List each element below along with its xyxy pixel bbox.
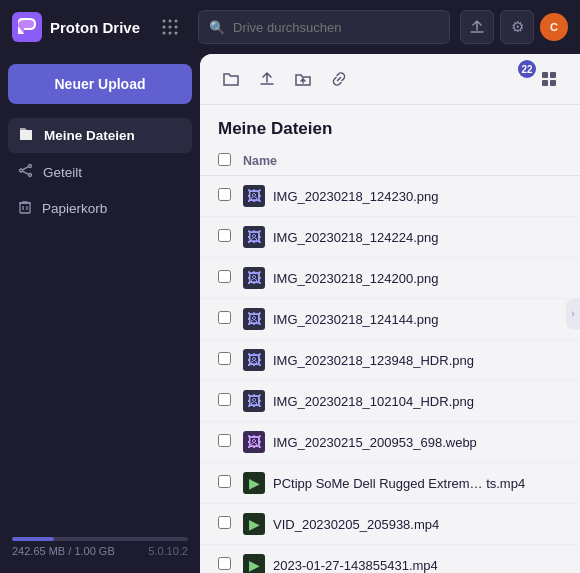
svg-line-14 (22, 171, 28, 174)
row-name-cell: 🖼 IMG_20230218_124144.png (239, 299, 580, 340)
new-folder-button[interactable] (214, 62, 248, 96)
sidebar-item-papierkorb-label: Papierkorb (42, 201, 107, 216)
file-name-label: PCtipp SoMe Dell Rugged Extrem… ts.mp4 (273, 476, 525, 491)
file-type-icon: 🖼 (243, 226, 265, 248)
sidebar-item-papierkorb[interactable]: Papierkorb (8, 191, 192, 225)
storage-total-value: 1.00 GB (74, 545, 114, 557)
avatar-button[interactable]: C (540, 13, 568, 41)
svg-point-5 (169, 26, 172, 29)
svg-point-6 (175, 26, 178, 29)
row-name-cell: 🖼 IMG_20230215_200953_698.webp (239, 422, 580, 463)
svg-rect-19 (542, 72, 548, 78)
settings-button[interactable]: ⚙ (500, 10, 534, 44)
app-version: 5.0.10.2 (148, 545, 188, 557)
search-bar[interactable]: 🔍 (198, 10, 450, 44)
file-row-name: 🖼 IMG_20230218_124200.png (243, 267, 572, 289)
file-name-label: IMG_20230215_200953_698.webp (273, 435, 477, 450)
file-row-name: ▶ PCtipp SoMe Dell Rugged Extrem… ts.mp4 (243, 472, 572, 494)
new-upload-button[interactable]: Neuer Upload (8, 64, 192, 104)
toolbar: 22 (200, 54, 580, 105)
row-checkbox[interactable] (218, 434, 231, 447)
search-input[interactable] (233, 20, 439, 35)
row-checkbox[interactable] (218, 352, 231, 365)
file-row-name: ▶ 2023-01-27-143855431.mp4 (243, 554, 572, 573)
sidebar-item-meine-dateien-label: Meine Dateien (44, 128, 135, 143)
file-list-area: Meine Dateien Name 🖼 IMG_20230218_1 (200, 105, 580, 573)
row-checkbox[interactable] (218, 516, 231, 529)
svg-point-12 (29, 174, 32, 177)
row-checkbox-cell[interactable] (200, 340, 239, 381)
row-checkbox-cell[interactable] (200, 463, 239, 504)
table-row[interactable]: 🖼 IMG_20230218_123948_HDR.png (200, 340, 580, 381)
select-all-header[interactable] (200, 147, 239, 176)
row-name-cell: 🖼 IMG_20230218_124200.png (239, 258, 580, 299)
svg-point-11 (20, 169, 23, 172)
row-checkbox[interactable] (218, 557, 231, 570)
table-row[interactable]: 🖼 IMG_20230218_124144.png (200, 299, 580, 340)
header: Proton Drive 🔍 ⚙ C (0, 0, 580, 54)
file-name-label: VID_20230205_205938.mp4 (273, 517, 439, 532)
row-checkbox-cell[interactable] (200, 504, 239, 545)
file-type-icon: ▶ (243, 513, 265, 535)
file-row-name: 🖼 IMG_20230218_124224.png (243, 226, 572, 248)
storage-used-value: 242.65 MB (12, 545, 65, 557)
file-type-icon: 🖼 (243, 431, 265, 453)
row-checkbox[interactable] (218, 393, 231, 406)
meine-dateien-icon (18, 126, 34, 145)
row-checkbox-cell[interactable] (200, 176, 239, 217)
file-name-label: IMG_20230218_124224.png (273, 230, 439, 245)
row-checkbox-cell[interactable] (200, 217, 239, 258)
file-name-label: IMG_20230218_102104_HDR.png (273, 394, 474, 409)
row-checkbox[interactable] (218, 311, 231, 324)
svg-point-9 (175, 32, 178, 35)
file-type-icon: 🖼 (243, 390, 265, 412)
sidebar-item-geteilt[interactable]: Geteilt (8, 155, 192, 189)
table-row[interactable]: ▶ PCtipp SoMe Dell Rugged Extrem… ts.mp4 (200, 463, 580, 504)
row-checkbox-cell[interactable] (200, 381, 239, 422)
row-checkbox[interactable] (218, 475, 231, 488)
row-checkbox-cell[interactable] (200, 545, 239, 574)
table-row[interactable]: 🖼 IMG_20230218_124200.png (200, 258, 580, 299)
row-checkbox[interactable] (218, 188, 231, 201)
file-name-label: 2023-01-27-143855431.mp4 (273, 558, 438, 573)
row-checkbox-cell[interactable] (200, 299, 239, 340)
storage-bar-background (12, 537, 188, 541)
proton-logo-icon (12, 12, 42, 42)
file-row-name: 🖼 IMG_20230215_200953_698.webp (243, 431, 572, 453)
file-row-name: 🖼 IMG_20230218_124144.png (243, 308, 572, 330)
file-type-icon: 🖼 (243, 267, 265, 289)
copy-link-button[interactable] (322, 62, 356, 96)
file-row-name: ▶ VID_20230205_205938.mp4 (243, 513, 572, 535)
table-row[interactable]: 🖼 IMG_20230218_124230.png (200, 176, 580, 217)
file-type-icon: 🖼 (243, 308, 265, 330)
table-row[interactable]: 🖼 IMG_20230218_124224.png (200, 217, 580, 258)
row-name-cell: 🖼 IMG_20230218_124224.png (239, 217, 580, 258)
svg-point-3 (175, 20, 178, 23)
row-checkbox[interactable] (218, 270, 231, 283)
papierkorb-icon (18, 199, 32, 217)
select-all-checkbox[interactable] (218, 153, 231, 166)
view-toggle-button[interactable] (532, 62, 566, 96)
table-row[interactable]: ▶ 2023-01-27-143855431.mp4 (200, 545, 580, 574)
row-checkbox-cell[interactable] (200, 258, 239, 299)
svg-point-8 (169, 32, 172, 35)
svg-point-10 (29, 165, 32, 168)
upload-file-button[interactable] (250, 62, 284, 96)
sidebar-item-meine-dateien[interactable]: Meine Dateien (8, 118, 192, 153)
svg-point-7 (163, 32, 166, 35)
row-checkbox-cell[interactable] (200, 422, 239, 463)
svg-point-1 (163, 20, 166, 23)
main-content: 22 Meine Dateien Name (200, 54, 580, 573)
row-checkbox[interactable] (218, 229, 231, 242)
table-row[interactable]: ▶ VID_20230205_205938.mp4 (200, 504, 580, 545)
svg-rect-21 (542, 80, 548, 86)
grid-menu-icon[interactable] (152, 9, 188, 45)
row-name-cell: 🖼 IMG_20230218_123948_HDR.png (239, 340, 580, 381)
upload-folder-button[interactable] (286, 62, 320, 96)
search-icon: 🔍 (209, 20, 225, 35)
upload-header-button[interactable] (460, 10, 494, 44)
row-name-cell: 🖼 IMG_20230218_102104_HDR.png (239, 381, 580, 422)
scroll-right-indicator[interactable]: › (566, 299, 580, 329)
table-row[interactable]: 🖼 IMG_20230218_102104_HDR.png (200, 381, 580, 422)
table-row[interactable]: 🖼 IMG_20230215_200953_698.webp (200, 422, 580, 463)
